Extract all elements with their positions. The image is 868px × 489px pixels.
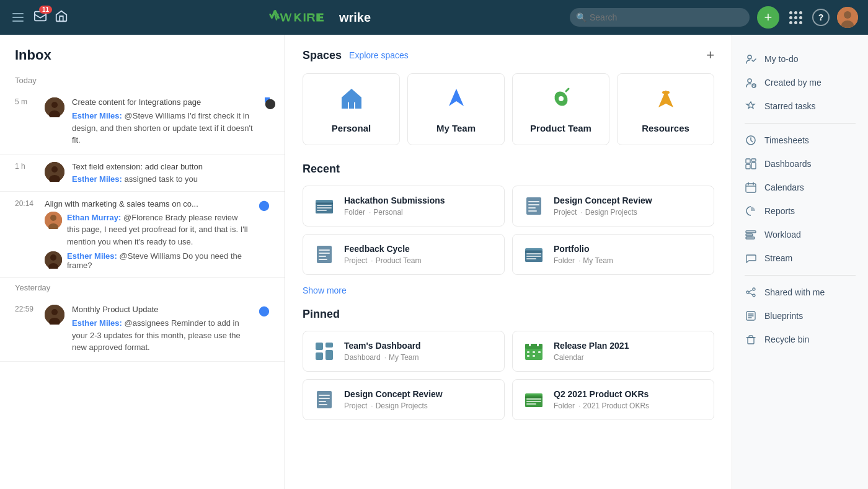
explore-spaces-link[interactable]: Explore spaces [349, 50, 409, 60]
item-tags: Project Design Projects [554, 208, 704, 217]
sidebar-item-label: Workload [764, 230, 801, 240]
sidebar-item-mytodo[interactable]: My to-do [732, 47, 868, 71]
sidebar-item-recycle[interactable]: Recycle bin [732, 328, 868, 351]
pinned-item[interactable]: Release Plan 2021 Calendar [512, 331, 714, 372]
space-card-personal[interactable]: Personal [303, 73, 400, 145]
recent-item[interactable]: Design Concept Review Project Design Pro… [512, 186, 714, 227]
avatar [45, 212, 62, 229]
svg-rect-47 [326, 343, 333, 348]
inbox-item-body: Esther Miles: @assignees Reminder to add… [72, 317, 251, 354]
space-card-productteam[interactable]: Product Team [512, 73, 609, 145]
show-more-link[interactable]: Show more [303, 285, 347, 295]
svg-point-18 [51, 309, 58, 315]
item-name: Feedback Cycle [344, 244, 494, 254]
sidebar-item-created[interactable]: Created by me [732, 71, 868, 94]
item-info: Design Concept Review Project Design Pro… [344, 389, 494, 410]
svg-rect-29 [317, 210, 327, 211]
apps-grid-button[interactable] [787, 9, 805, 27]
sidebar-item-workload[interactable]: Workload [732, 223, 868, 246]
recycle-icon [745, 334, 757, 345]
inbox-item[interactable]: 5 m Create content for Integrations page… [0, 90, 285, 155]
recent-item[interactable]: Feedback Cycle Project Product Team [303, 234, 505, 275]
search-input[interactable] [570, 8, 750, 27]
wrike-logo: wrike [76, 9, 562, 26]
svg-rect-68 [526, 401, 541, 402]
space-name: Personal [332, 123, 371, 133]
item-parent: My Team [384, 353, 419, 362]
sidebar-item-label: Blueprints [764, 311, 803, 321]
svg-rect-53 [537, 343, 539, 346]
svg-rect-60 [319, 395, 330, 396]
search-wrapper: 🔍 [570, 8, 750, 27]
item-type: Calendar [554, 353, 584, 362]
sidebar-item-reports[interactable]: Reports [732, 199, 868, 223]
svg-rect-48 [316, 352, 323, 360]
svg-rect-79 [746, 231, 756, 233]
sidebar-item-label: Timesheets [764, 135, 809, 145]
inbox-item[interactable]: 20:14 Align with marketing & sales teams… [0, 192, 285, 279]
svg-rect-32 [528, 204, 539, 205]
svg-rect-63 [319, 404, 327, 405]
item-info: Feedback Cycle Project Product Team [344, 244, 494, 265]
svg-rect-30 [526, 197, 541, 215]
author-label: Esther Miles: [72, 318, 122, 328]
svg-rect-74 [746, 159, 750, 163]
sidebar-item-label: Dashboards [764, 159, 812, 169]
sidebar-item-dashboards[interactable]: Dashboards [732, 152, 868, 176]
add-space-button[interactable]: + [706, 47, 714, 63]
svg-point-3 [844, 11, 851, 19]
avatar [45, 162, 64, 182]
unread-dot: ⬤ [259, 199, 270, 211]
myteam-space-icon [444, 86, 469, 117]
inbox-content: Text field extension: add clear button E… [72, 162, 270, 184]
add-button[interactable]: + [757, 6, 779, 29]
sidebar-item-shared[interactable]: Shared with me [732, 280, 868, 304]
space-name: Product Team [530, 123, 591, 133]
top-navigation: 11 wrike 🔍 [0, 0, 868, 35]
item-name: Hackathon Submissions [344, 195, 494, 205]
inbox-button[interactable]: 11 [33, 9, 47, 25]
sidebar-item-calendars[interactable]: Calendars [732, 176, 868, 199]
svg-rect-55 [533, 351, 535, 353]
recent-item[interactable]: Hackathon Submissions Folder Personal [303, 186, 505, 227]
svg-point-15 [50, 254, 56, 261]
svg-point-84 [753, 294, 755, 297]
svg-rect-56 [538, 351, 541, 353]
timesheets-icon [745, 135, 757, 146]
home-button[interactable] [55, 9, 68, 25]
item-type: Folder [344, 208, 365, 217]
avatar[interactable] [837, 7, 858, 28]
space-name: My Team [436, 123, 476, 133]
svg-point-12 [50, 215, 56, 221]
sidebar-item-label: Stream [764, 253, 792, 263]
svg-rect-52 [529, 343, 531, 346]
space-card-myteam[interactable]: My Team [407, 73, 505, 145]
pinned-item[interactable]: Q2 2021 Product OKRs Folder 2021 Product… [512, 379, 714, 420]
svg-point-22 [559, 96, 564, 101]
help-button[interactable]: ? [812, 9, 830, 26]
inbox-item-title: Text field extension: add clear button [72, 162, 270, 171]
pinned-item[interactable]: Team's Dashboard Dashboard My Team [303, 331, 505, 372]
sidebar-item-label: Reports [764, 206, 795, 216]
project-icon [313, 243, 335, 266]
folder-icon [523, 243, 545, 266]
inbox-item[interactable]: 22:59 Monthly Product Update Esther Mile… [0, 297, 285, 362]
item-tags: Dashboard My Team [344, 353, 494, 362]
sidebar-item-stream[interactable]: Stream [732, 246, 868, 270]
workload-icon [745, 229, 757, 240]
inbox-badge: 11 [39, 6, 52, 14]
item-info: Q2 2021 Product OKRs Folder 2021 Product… [554, 389, 704, 410]
sidebar-item-blueprints[interactable]: Blueprints [732, 304, 868, 328]
inbox-item[interactable]: 1 h Text field extension: add clear butt… [0, 155, 285, 192]
hamburger-button[interactable] [10, 11, 26, 24]
recent-item[interactable]: Portfolio Folder My Team [512, 234, 714, 275]
pinned-item[interactable]: Design Concept Review Project Design Pro… [303, 379, 505, 420]
item-name: Design Concept Review [554, 195, 704, 205]
inbox-time: 5 m [15, 97, 37, 106]
space-card-resources[interactable]: Resources [617, 73, 714, 145]
sidebar-item-starred[interactable]: Starred tasks [732, 94, 868, 118]
avatar [45, 305, 64, 325]
sidebar-item-timesheets[interactable]: Timesheets [732, 128, 868, 152]
sidebar-item-label: Calendars [764, 182, 804, 192]
resources-space-icon [653, 86, 678, 117]
